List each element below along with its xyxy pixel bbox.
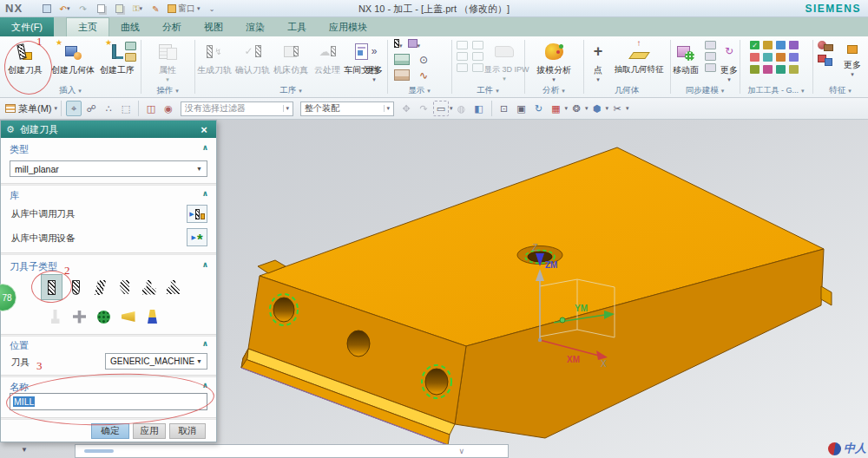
subtype-spherical-mill-icon[interactable]: [114, 274, 135, 300]
collapse-type-icon[interactable]: ∧: [202, 143, 208, 152]
feature-icon-1[interactable]: [818, 41, 833, 51]
display-option-icon[interactable]: ▾: [394, 39, 403, 49]
cloud-process-button[interactable]: ☁ 云处理: [311, 40, 344, 76]
point-display-icon[interactable]: ⊙: [415, 54, 432, 66]
retrieve-tool-from-library-button[interactable]: ▶: [187, 205, 207, 223]
assembly-scope-dropdown[interactable]: 整个装配 ▾: [300, 101, 394, 116]
collapse-subtype-icon[interactable]: ∧: [202, 260, 208, 269]
rotate-view-icon[interactable]: ↻: [531, 101, 547, 116]
dialog-titlebar[interactable]: ⚙ 创建刀具 ×: [1, 121, 216, 138]
touch-mode-icon[interactable]: ✎: [149, 3, 162, 15]
collapsed-panel[interactable]: ∨: [75, 444, 509, 458]
subtype-mill-5-icon[interactable]: [69, 304, 90, 330]
create-geometry-button[interactable]: ★ 创建几何体: [49, 40, 97, 76]
retrieve-device-from-library-button[interactable]: ▶ *: [187, 228, 207, 246]
machining-tool-icon[interactable]: [763, 65, 773, 74]
show-3d-ipw-button[interactable]: 显示 3D IPW ▾: [484, 40, 524, 82]
sync-option-icon[interactable]: [705, 52, 716, 61]
insert-library-icon[interactable]: [125, 42, 136, 50]
tool-location-dropdown[interactable]: GENERIC_MACHINE ▼: [105, 353, 207, 370]
verify-toolpath-button[interactable]: ✓ 确认刀轨: [234, 40, 271, 76]
workpiece-icon[interactable]: [457, 41, 468, 49]
subtype-cone-icon[interactable]: [117, 304, 139, 330]
machining-tool-icon[interactable]: [750, 65, 760, 74]
machining-tool-icon[interactable]: [789, 41, 799, 49]
command-key-icon[interactable]: ⚿▾: [131, 3, 144, 15]
subtype-barrel-cutter-icon[interactable]: [162, 274, 184, 300]
subtype-t-cutter-icon[interactable]: [138, 274, 160, 300]
fit-view-icon[interactable]: ⊡: [496, 101, 512, 116]
properties-button[interactable]: 属性 ▾: [148, 40, 187, 83]
panel-expand-icon[interactable]: ▼: [21, 446, 28, 454]
machining-tool-icon[interactable]: [776, 53, 786, 62]
machining-tool-icon[interactable]: [776, 41, 786, 49]
workpiece-icon[interactable]: [457, 63, 468, 72]
subtype-drill-icon[interactable]: [141, 304, 163, 330]
cancel-button[interactable]: 取消: [169, 423, 206, 439]
point-button[interactable]: + 点 ▾: [587, 40, 609, 83]
render-style-icon[interactable]: ❂: [569, 101, 584, 116]
select-point-icon[interactable]: ∴: [101, 101, 116, 116]
operation-more-button[interactable]: » 更多 ▾: [361, 40, 387, 83]
machining-tool-check-icon[interactable]: ✓: [750, 41, 760, 49]
grid-view-icon[interactable]: ▦: [549, 101, 564, 116]
apply-button[interactable]: 应用: [133, 423, 166, 439]
tab-render[interactable]: 渲染: [234, 17, 276, 36]
display-grid-icon[interactable]: ▾: [408, 39, 421, 49]
tab-application[interactable]: 应用模块: [318, 17, 378, 36]
subtype-laser-icon[interactable]: [93, 304, 115, 330]
machining-tool-icon[interactable]: [776, 65, 786, 74]
sync-option-icon[interactable]: [705, 41, 716, 49]
workpiece-icon[interactable]: [472, 41, 483, 49]
subtype-thread-mill-icon[interactable]: [44, 304, 66, 330]
ok-button[interactable]: 确定: [91, 423, 129, 439]
tab-analysis[interactable]: 分析: [151, 17, 193, 36]
save-icon[interactable]: [40, 3, 53, 15]
select-chain-icon[interactable]: ☍: [83, 101, 99, 116]
workpiece-icon[interactable]: [472, 52, 483, 61]
subtype-mill-icon[interactable]: [41, 274, 62, 300]
subtype-chamfer-mill-icon[interactable]: [89, 274, 111, 300]
selection-filter-dropdown[interactable]: 没有选择过滤器 ▾: [181, 101, 293, 116]
close-icon[interactable]: ×: [197, 123, 211, 136]
zoom-window-icon[interactable]: ▣: [514, 101, 529, 116]
window-menu[interactable]: 窗口 ▾: [168, 3, 201, 15]
sync-option-icon[interactable]: [705, 63, 716, 72]
collapse-library-icon[interactable]: ∧: [202, 189, 208, 198]
minimize-ribbon-icon[interactable]: ⌄: [206, 3, 219, 15]
tab-file[interactable]: 文件(F): [0, 17, 54, 36]
sphere-icon[interactable]: ◍: [454, 101, 470, 116]
insert-list-icon[interactable]: [125, 53, 136, 62]
feature-more-button[interactable]: 更多 ▾: [840, 42, 865, 78]
tab-curve[interactable]: 曲线: [109, 17, 151, 36]
extract-geometry-button[interactable]: ↑ 抽取几何特征: [609, 40, 668, 75]
show-2d-ipw-icon[interactable]: [394, 54, 410, 65]
type-dropdown[interactable]: mill_planar ▼: [10, 160, 207, 177]
feature-icon-2[interactable]: [818, 55, 833, 66]
subtype-ball-mill-icon[interactable]: [65, 274, 87, 300]
curve-display-icon[interactable]: ∿: [415, 69, 432, 82]
solid-cube-icon[interactable]: ◧: [471, 101, 487, 116]
tab-tools[interactable]: 工具: [276, 17, 318, 36]
select-object-icon[interactable]: ⌖: [66, 101, 82, 116]
collapse-name-icon[interactable]: ∧: [202, 381, 208, 389]
clip-section-icon[interactable]: ✂: [609, 101, 625, 116]
machining-tool-icon[interactable]: [789, 53, 799, 62]
machining-tool-icon[interactable]: [789, 65, 799, 74]
menu-button[interactable]: 菜单(M) ▾: [5, 102, 57, 115]
move-object-icon[interactable]: ✥: [398, 101, 414, 116]
generate-toolpath-button[interactable]: ↯ 生成刀轨: [196, 40, 233, 76]
sync-more-button[interactable]: ↻ 更多 ▾: [719, 40, 740, 83]
tab-home[interactable]: 主页: [66, 17, 109, 36]
drag-icon[interactable]: ↷: [416, 101, 431, 116]
draft-analysis-button[interactable]: 拔模分析 ▾: [533, 40, 575, 83]
shaded-view-icon[interactable]: ⬢: [589, 101, 605, 116]
select-rectangle-icon[interactable]: ⬚: [118, 101, 134, 116]
copy-icon[interactable]: [95, 3, 108, 15]
workpiece-icon[interactable]: [472, 63, 483, 72]
collapse-location-icon[interactable]: ∧: [202, 339, 208, 348]
tool-name-input[interactable]: MILL: [10, 393, 207, 410]
tab-view[interactable]: 视图: [193, 17, 234, 36]
paste-icon[interactable]: [113, 3, 126, 15]
machine-simulation-button[interactable]: 机床仿真: [273, 40, 309, 76]
